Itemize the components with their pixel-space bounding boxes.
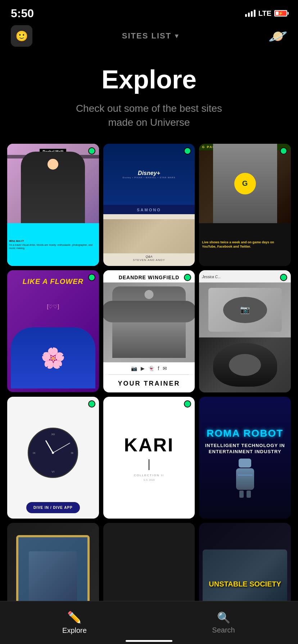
roma-title: ROMA ROBOT [207,428,283,439]
status-bar: 5:50 LTE ⚡ [0,0,298,22]
planet-button[interactable]: 🪐 [268,27,287,45]
online-indicator [88,274,95,281]
sites-list-button[interactable]: SITES LIST ▾ [122,31,179,41]
online-indicator [88,400,95,408]
card-deandre-wingfield[interactable]: DEANDRE WINGFIELD 📷 ▶ 👻 f ✉ YOUR TRAINER [103,270,195,392]
tab-bar: ✏️ Explore 🔍 Search [0,601,298,644]
kari-divider [149,459,149,470]
status-time: 5:50 [11,7,34,20]
card-like-a-flower[interactable]: Like a Flower [♡♡] 🌸 [7,270,99,392]
tab-explore[interactable]: ✏️ Explore [0,601,149,644]
top-nav: 🙂 SITES LIST ▾ 🪐 [0,22,298,50]
chevron-down-icon: ▾ [175,32,179,40]
jessica-name: Jessica C... [202,275,221,279]
samono-label: SAMONO [137,206,161,214]
disney-logo: Disney+ [122,170,175,176]
instagram-icon: 📷 [131,365,137,371]
card-roma-robot[interactable]: ROMA ROBOT INTELLIGENT TECHNOLOGY IN ENT… [199,397,291,519]
clock-button[interactable]: DIVE IN / DIVE APP [26,502,80,513]
home-indicator [126,640,172,642]
search-icon: 🔍 [217,611,230,624]
online-indicator [184,400,191,408]
mail-icon: ✉ [163,365,167,371]
cards-grid: Rachel Malli Visual Artist Who Am I? I'm… [0,140,298,644]
your-trainer-label: YOUR TRAINER [103,375,195,392]
card-rachel-malli[interactable]: Rachel Malli Visual Artist Who Am I? I'm… [7,144,99,266]
hero-subtitle: Check out some of the best sitesmade on … [14,101,284,129]
card-disney-samono[interactable]: Disney+ Disney • PIXAR • MARVEL • STAR W… [103,144,195,266]
hero-section: Explore Check out some of the best sites… [0,50,298,140]
packers-description: Live shows twice a week and on game days… [202,240,288,249]
flower-subtitle: [♡♡] [47,304,59,309]
sites-list-label: SITES LIST [122,31,171,41]
lte-label: LTE [258,9,271,18]
card-kari[interactable]: KARI COLLECTION II S.S. 2019 [103,397,195,519]
clock-face: XII III VI IX [28,428,78,478]
online-indicator [88,147,95,155]
smiley-icon: 🙂 [15,30,28,42]
kari-date: S.S. 2019 [144,479,155,481]
qa-label: Q&A [133,255,165,258]
card-packers-trainer[interactable]: G PACKERS G Live shows twice a week and … [199,144,291,266]
disney-brands: Disney • PIXAR • MARVEL • STAR WARS [122,176,175,179]
facebook-icon: f [158,365,159,371]
tab-search[interactable]: 🔍 Search [149,601,298,644]
planet-icon: 🪐 [268,28,287,45]
card-jessica[interactable]: Jessica C... 📷 [199,270,291,392]
signal-bars-icon [245,10,256,17]
snapchat-icon: 👻 [148,365,154,371]
roma-subtitle: INTELLIGENT TECHNOLOGY IN ENTERTAINMENT … [204,443,285,455]
kari-title: KARI [124,434,174,456]
online-indicator [280,274,287,281]
hero-title: Explore [14,65,284,94]
unstable-title: UNSTABLE SOCIETY [209,580,281,588]
battery-icon: ⚡ [274,10,287,17]
social-icons-row: 📷 ▶ 👻 f ✉ [103,362,195,374]
kari-subtitle: COLLECTION II [134,474,164,477]
explore-label: Explore [62,626,87,635]
search-label: Search [212,626,235,634]
deandre-name: DEANDRE WINGFIELD [103,270,195,282]
status-icons: LTE ⚡ [245,9,287,18]
menu-icon-button[interactable]: 🙂 [11,25,32,47]
explore-icon: ✏️ [67,611,82,624]
robot-figure [231,459,259,487]
youtube-icon: ▶ [141,365,145,371]
flower-title: Like a Flower [23,277,83,286]
card-clock[interactable]: XII III VI IX DIVE IN / DIVE APP [7,397,99,519]
steven-label: STEVEN AND ANDY [133,258,165,262]
